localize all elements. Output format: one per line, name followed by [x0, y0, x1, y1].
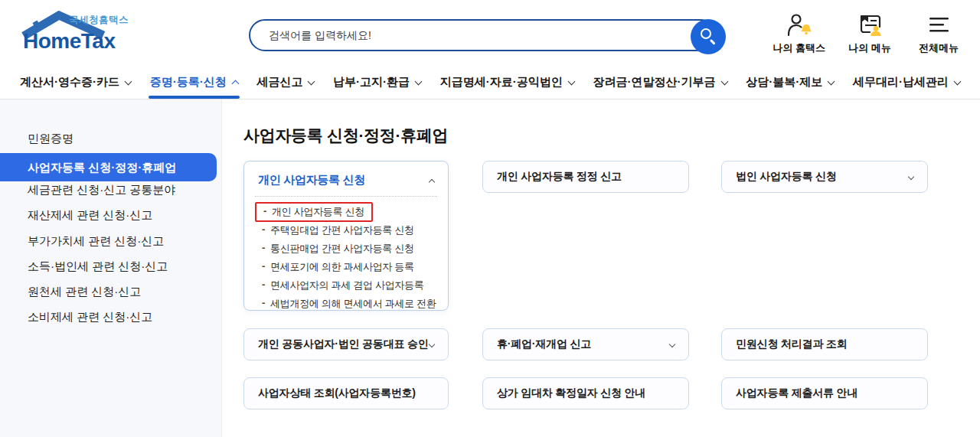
bullet: -: [262, 223, 265, 235]
chevron-down-icon: [429, 341, 435, 347]
chevron-down-icon: [720, 77, 728, 85]
quick-menu-label: 나의 홈택스: [773, 41, 825, 55]
card-submission-documents-guide[interactable]: 사업자등록 제출서류 안내: [721, 377, 928, 409]
hamburger-icon: [926, 12, 952, 38]
sublist-item-telecom-sales[interactable]: - 통신판매업 간편 사업자등록 신청: [255, 240, 437, 258]
nav-label: 상담·불복·제보: [746, 75, 822, 90]
sublist-item-dual-business[interactable]: - 면세사업자의 과세 겸업 사업자등록: [255, 276, 437, 295]
all-menu-button[interactable]: 전체메뉴: [914, 12, 963, 55]
nav-item-certificate-registration[interactable]: 증명·등록·신청: [150, 65, 238, 99]
card-label: 개인 사업자등록 정정 신고: [497, 170, 622, 184]
card-label: 상가 임대차 확정일자 신청 안내: [497, 386, 645, 400]
dotted-divider: [255, 196, 437, 197]
bullet: -: [262, 279, 265, 290]
quick-menu-label: 나의 메뉴: [848, 41, 891, 55]
nav-item-tax-filing[interactable]: 세금신고: [256, 65, 314, 99]
chevron-down-icon: [828, 77, 835, 85]
sublist-label: 개인 사업자등록 신청: [272, 205, 364, 219]
search-input[interactable]: [253, 22, 675, 48]
sidebar-item-consumption-tax[interactable]: 소비제세 관련 신청·신고: [0, 305, 221, 328]
chevron-down-icon: [567, 77, 575, 85]
nav-item-statement-data-nonprofit[interactable]: 지급명세·자료·공익법인: [440, 65, 574, 99]
sidebar-item-civil-certificate[interactable]: 민원증명: [0, 127, 221, 150]
bullet: -: [263, 205, 266, 217]
search-button[interactable]: [691, 19, 726, 54]
person-bell-icon: [786, 12, 812, 38]
nav-item-payment-notice-refund[interactable]: 납부·고지·환급: [333, 65, 421, 99]
nav-item-incentive-yearend-donation[interactable]: 장려금·연말정산·기부금: [593, 65, 727, 99]
chevron-up-icon: [231, 80, 239, 87]
bullet: -: [262, 297, 265, 308]
bullet: -: [262, 260, 265, 272]
sublist-item-personal-registration[interactable]: - 개인 사업자등록 신청: [255, 202, 373, 222]
page-title: 사업자등록 신청·정정·휴폐업: [243, 125, 448, 146]
sublist-label: 면세포기에 의한 과세사업자 등록: [270, 260, 414, 274]
hometax-page: 국세청홈택스 HomeTax 나의 홈택스: [0, 0, 980, 437]
chevron-down-icon: [908, 174, 914, 180]
card-joint-business-approval[interactable]: 개인 공동사업자·법인 공동대표 승인: [243, 328, 449, 360]
nav-item-consult-appeal-report[interactable]: 상담·불복·제보: [746, 65, 834, 99]
nav-item-invoice-receipt-card[interactable]: 계산서·영수증·카드: [20, 65, 131, 99]
bullet: -: [262, 242, 265, 253]
sidebar-item-business-registration[interactable]: 사업자등록 신청·정정·휴폐업: [0, 153, 217, 181]
sidebar-item-tax-common[interactable]: 세금관련 신청·신고 공통분야: [0, 178, 221, 201]
card-lease-fixed-date-guide[interactable]: 상가 임대차 확정일자 신청 안내: [482, 377, 689, 409]
sublist-label: 통신판매업 간편 사업자등록 신청: [270, 242, 414, 256]
chevron-down-icon: [953, 77, 961, 85]
sublist-label: 면세사업자의 과세 겸업 사업자등록: [270, 279, 423, 292]
chevron-down-icon: [308, 77, 315, 85]
nav-label: 지급명세·자료·공익법인: [440, 75, 563, 90]
hometax-logo[interactable]: 국세청홈택스 HomeTax: [18, 9, 133, 58]
sublist-label: 주택임대업 간편 사업자등록 신청: [270, 223, 414, 237]
card-label: 사업자등록 제출서류 안내: [736, 386, 858, 400]
card-label: 휴·폐업·재개업 신고: [497, 338, 591, 351]
sidebar-item-withholding-tax[interactable]: 원천세 관련 신청·신고: [0, 280, 221, 303]
card-personal-correction[interactable]: 개인 사업자등록 정정 신고: [482, 161, 689, 193]
logo-brand-text: HomeTax: [23, 29, 115, 54]
nav-label: 세금신고: [256, 75, 302, 90]
memo-person-icon: [857, 12, 883, 38]
nav-label: 장려금·연말정산·기부금: [593, 75, 716, 90]
sublist-label: 세법개정에 의해 면세에서 과세로 전환: [270, 297, 436, 311]
chevron-down-icon: [669, 341, 675, 347]
sidebar-item-vat[interactable]: 부가가치세 관련 신청·신고: [0, 230, 221, 253]
my-menu-button[interactable]: 나의 메뉴: [845, 12, 894, 55]
search-bar: [249, 19, 717, 51]
nav-label: 세무대리·납세관리: [853, 75, 949, 90]
nav-label: 납부·고지·환급: [333, 75, 410, 90]
card-label: 개인 공동사업자·법인 공동대표 승인: [258, 338, 429, 351]
card-corporate-registration[interactable]: 법인 사업자등록 신청: [721, 161, 928, 193]
search-icon: [701, 28, 711, 39]
chevron-up-icon: [429, 178, 435, 184]
main-content: 사업자등록 신청·정정·휴폐업 개인 사업자등록 신청 - 개인 사업자등록 신…: [222, 99, 980, 437]
card-label: 사업자상태 조회(사업자등록번호): [258, 386, 416, 400]
sidebar: 민원증명 사업자등록 신청·정정·휴폐업 세금관련 신청·신고 공통분야 재산제…: [0, 99, 222, 437]
sidebar-item-property-tax[interactable]: 재산제세 관련 신청·신고: [0, 204, 221, 227]
header-quick-menu: 나의 홈택스 나의 메뉴 전체메뉴: [773, 12, 963, 55]
my-hometax-button[interactable]: 나의 홈택스: [773, 12, 825, 55]
chevron-down-icon: [415, 77, 423, 85]
card-business-status-lookup[interactable]: 사업자상태 조회(사업자등록번호): [243, 377, 449, 409]
accordion-sublist: - 개인 사업자등록 신청 - 주택임대업 간편 사업자등록 신청 - 통신판매…: [255, 202, 437, 313]
sidebar-item-income-corporate-tax[interactable]: 소득·법인세 관련 신청·신고: [0, 255, 221, 278]
quick-menu-label: 전체메뉴: [919, 41, 959, 55]
header: 국세청홈택스 HomeTax 나의 홈택스: [0, 0, 980, 65]
card-personal-registration-expanded: 개인 사업자등록 신청 - 개인 사업자등록 신청 - 주택임대업 간편 사업자…: [243, 161, 449, 311]
sublist-item-tax-exemption-waiver[interactable]: - 면세포기에 의한 과세사업자 등록: [255, 258, 437, 276]
chevron-down-icon: [125, 77, 132, 85]
logo-subtitle: 국세청홈택스: [69, 14, 129, 27]
card-civil-request-result[interactable]: 민원신청 처리결과 조회: [721, 328, 928, 360]
card-label: 민원신청 처리결과 조회: [736, 338, 847, 351]
nav-label: 증명·등록·신청: [150, 75, 227, 90]
nav-label: 계산서·영수증·카드: [20, 75, 119, 90]
sublist-item-law-change-conversion[interactable]: - 세법개정에 의해 면세에서 과세로 전환: [255, 295, 437, 313]
accordion-title: 개인 사업자등록 신청: [258, 173, 365, 188]
nav-item-tax-agent-management[interactable]: 세무대리·납세관리: [853, 65, 960, 99]
card-label: 법인 사업자등록 신청: [736, 170, 837, 184]
accordion-header[interactable]: 개인 사업자등록 신청: [255, 171, 437, 188]
card-closure-reopen-report[interactable]: 휴·폐업·재개업 신고: [482, 328, 689, 360]
main-nav: 계산서·영수증·카드 증명·등록·신청 세금신고 납부·고지·환급 지급명세·자…: [0, 65, 980, 99]
sublist-item-housing-rental[interactable]: - 주택임대업 간편 사업자등록 신청: [255, 221, 437, 240]
